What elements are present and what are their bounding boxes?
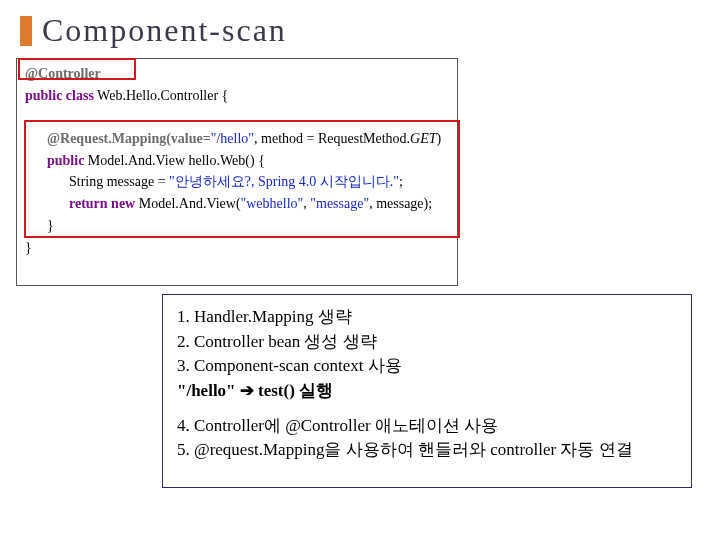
- code-box: @Controller public class Web.Hello.Contr…: [16, 58, 458, 286]
- arrow-right-icon: ➔: [240, 381, 254, 400]
- slide-title: Component-scan: [42, 12, 287, 49]
- notes-box: 1. Handler.Mapping 생략 2. Controller bean…: [162, 294, 692, 488]
- title-row: Component-scan: [20, 12, 287, 49]
- note-4: 4. Controller에 @Controller 애노테이션 사용: [177, 414, 677, 439]
- code-line-3: @Request.Mapping(value="/hello", method …: [25, 128, 449, 150]
- code-line-1: @Controller: [25, 63, 449, 85]
- note-2: 2. Controller bean 생성 생략: [177, 330, 677, 355]
- code-line-7: }: [25, 215, 449, 237]
- note-3b: "/hello" ➔ test() 실행: [177, 379, 677, 404]
- code-line-blank: [25, 106, 449, 128]
- code-line-5: String message = "안녕하세요?, Spring 4.0 시작입…: [25, 171, 449, 193]
- title-accent-icon: [20, 16, 32, 46]
- note-1: 1. Handler.Mapping 생략: [177, 305, 677, 330]
- code-line-2: public class Web.Hello.Controller {: [25, 85, 449, 107]
- code-line-4: public Model.And.View hello.Web() {: [25, 150, 449, 172]
- note-spacer: [177, 404, 677, 414]
- code-line-8: }: [25, 237, 449, 259]
- slide: Component-scan @Controller public class …: [0, 0, 720, 540]
- note-5: 5. @request.Mapping을 사용하여 핸들러와 controlle…: [177, 438, 677, 463]
- code-line-6: return new Model.And.View("webhello", "m…: [25, 193, 449, 215]
- annotation-controller: @Controller: [25, 66, 101, 81]
- note-3: 3. Component-scan context 사용: [177, 354, 677, 379]
